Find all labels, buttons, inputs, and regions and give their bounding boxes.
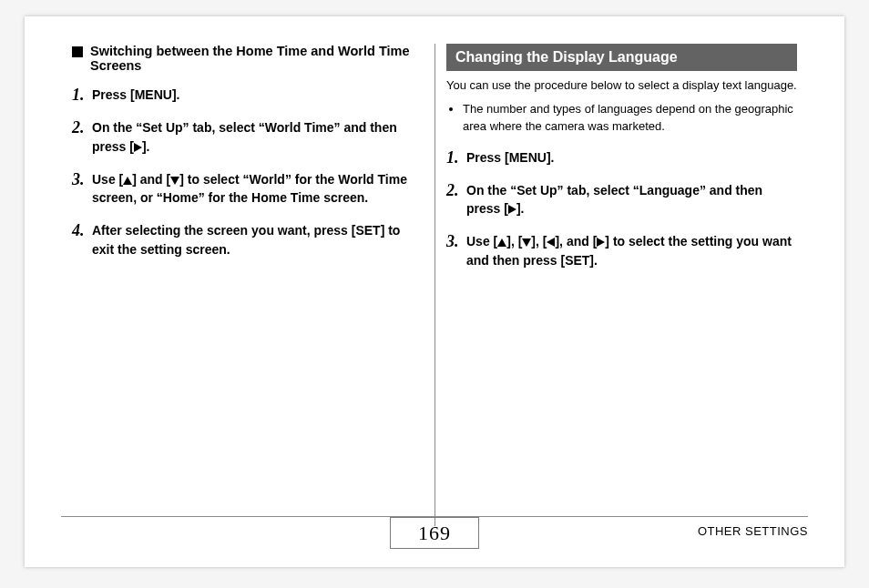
list-item: 2. On the “Set Up” tab, select “World Ti… [72, 118, 424, 156]
step-number: 3. [72, 170, 92, 188]
square-bullet-icon [72, 46, 83, 57]
right-title-bar: Changing the Display Language [446, 44, 797, 71]
left-steps-list: 1. Press [MENU]. 2. On the “Set Up” tab,… [72, 86, 424, 259]
left-heading-text: Switching between the Home Time and Worl… [90, 44, 424, 73]
step-text: After selecting the screen you want, pre… [92, 221, 424, 259]
list-item: 3. Use [] and [] to select “World” for t… [72, 170, 424, 208]
list-item: 4. After selecting the screen you want, … [72, 221, 424, 259]
step-text: Use [] and [] to select “World” for the … [92, 170, 424, 208]
triangle-left-icon [547, 238, 555, 247]
manual-page: Switching between the Home Time and Worl… [25, 16, 844, 567]
step-number: 4. [72, 221, 92, 238]
step-number: 2. [72, 118, 92, 136]
triangle-up-icon [497, 238, 506, 247]
step-number: 2. [446, 181, 466, 198]
list-item: 1. Press [MENU]. [446, 148, 797, 167]
intro-text: You can use the procedure below to selec… [446, 76, 797, 95]
triangle-down-icon [522, 238, 531, 247]
list-item: 1. Press [MENU]. [72, 86, 424, 104]
right-column: Changing the Display Language You can us… [434, 44, 808, 526]
right-steps-list: 1. Press [MENU]. 2. On the “Set Up” tab,… [446, 148, 797, 269]
step-text: On the “Set Up” tab, select “Language” a… [466, 181, 797, 218]
triangle-right-icon [597, 238, 605, 247]
triangle-up-icon [123, 177, 132, 185]
note-item: The number and types of languages depend… [463, 100, 797, 136]
note-list: The number and types of languages depend… [446, 100, 797, 136]
footer-section-label: OTHER SETTINGS [698, 524, 808, 538]
step-number: 3. [446, 232, 466, 249]
left-column: Switching between the Home Time and Worl… [61, 44, 434, 526]
triangle-right-icon [134, 143, 142, 152]
step-text: On the “Set Up” tab, select “World Time”… [92, 118, 424, 156]
left-section-heading: Switching between the Home Time and Worl… [72, 44, 424, 73]
step-text: Use [], [], [], and [] to select the set… [466, 232, 797, 269]
list-item: 2. On the “Set Up” tab, select “Language… [446, 181, 797, 218]
step-text: Press [MENU]. [466, 148, 554, 167]
content-columns: Switching between the Home Time and Worl… [61, 44, 808, 526]
list-item: 3. Use [], [], [], and [] to select the … [446, 232, 797, 269]
step-number: 1. [446, 148, 466, 166]
triangle-down-icon [170, 177, 179, 185]
step-text: Press [MENU]. [92, 86, 179, 104]
step-number: 1. [72, 86, 92, 103]
page-number: 169 [390, 517, 479, 549]
triangle-right-icon [508, 205, 516, 214]
